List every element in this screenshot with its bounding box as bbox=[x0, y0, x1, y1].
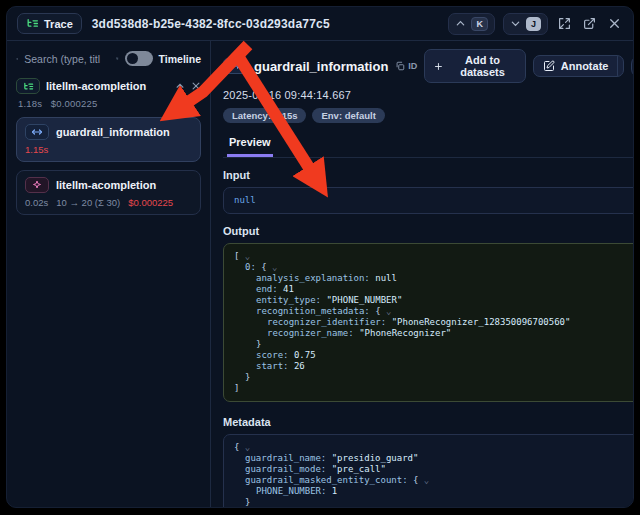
toggle-knob bbox=[127, 53, 138, 64]
move-horizontal-icon bbox=[31, 126, 43, 138]
input-title: Input bbox=[223, 169, 250, 181]
timeline-toggle[interactable] bbox=[125, 51, 153, 66]
observation-detail-panel: guardrail_information ID Add to datasets bbox=[211, 41, 634, 508]
copy-icon bbox=[395, 61, 405, 71]
topbar-actions: K J bbox=[448, 13, 623, 35]
tree-root-metrics: 1.18s $0.000225 bbox=[18, 98, 201, 109]
window: Trace 3dd538d8-b25e-4382-8fcc-03d293da77… bbox=[6, 6, 634, 508]
tree-root-item[interactable]: litellm-acompletion bbox=[16, 78, 201, 94]
trace-id: 3dd538d8-b25e-4382-8fcc-03d293da77c5 bbox=[92, 17, 330, 31]
root-cost: $0.000225 bbox=[51, 98, 98, 109]
output-section-header: Output bbox=[223, 225, 634, 237]
metadata-title: Metadata bbox=[223, 416, 271, 428]
trace-type-badge: Trace bbox=[17, 13, 82, 34]
annotate-split-button: Annotate bbox=[533, 55, 624, 77]
sparkle-icon bbox=[31, 179, 43, 191]
id-label: ID bbox=[408, 61, 417, 71]
trace-type-icon-badge bbox=[16, 78, 40, 94]
observation-title: guardrail_information bbox=[254, 59, 388, 74]
tree-root-label: litellm-acompletion bbox=[46, 80, 146, 92]
open-in-new-tab-button[interactable] bbox=[581, 15, 598, 32]
trace-detail-window: Trace 3dd538d8-b25e-4382-8fcc-03d293da77… bbox=[0, 0, 640, 515]
tab-bar: Preview bbox=[223, 132, 634, 158]
comments-button[interactable] bbox=[631, 55, 634, 78]
input-code-block: null bbox=[223, 187, 634, 214]
tree-item-latency: 0.02s bbox=[25, 197, 48, 208]
annotate-pencil-icon bbox=[543, 60, 555, 72]
chevron-up-icon bbox=[455, 18, 466, 29]
root-latency: 1.18s bbox=[18, 98, 42, 109]
chevron-down-icon bbox=[510, 18, 521, 29]
observation-header: guardrail_information ID Add to datasets bbox=[223, 49, 634, 83]
latency-badge: Latency: 1.15s bbox=[223, 108, 306, 123]
close-icon bbox=[608, 17, 621, 30]
tree-item-litellm-acompletion[interactable]: litellm-acompletion 0.02s 10 → 20 (Σ 30)… bbox=[16, 170, 201, 215]
navigate-up-button[interactable]: K bbox=[448, 13, 495, 35]
expand-all-icon[interactable] bbox=[191, 81, 201, 91]
external-link-icon bbox=[583, 17, 596, 30]
collapse-all-icon[interactable] bbox=[175, 81, 185, 91]
observation-timestamp: 2025-05-16 09:44:14.667 bbox=[223, 89, 634, 101]
topbar: Trace 3dd538d8-b25e-4382-8fcc-03d293da77… bbox=[7, 7, 633, 41]
output-code-block: [ ⌄0: { ⌄analysis_explanation: nullend: … bbox=[223, 243, 634, 402]
close-button[interactable] bbox=[606, 15, 623, 32]
header-actions: Add to datasets Annotate bbox=[424, 49, 634, 83]
output-title: Output bbox=[223, 225, 259, 237]
navigate-down-button[interactable]: J bbox=[503, 13, 548, 35]
list-tree-icon bbox=[26, 17, 39, 30]
list-tree-icon bbox=[23, 81, 34, 92]
generation-type-icon-badge bbox=[25, 177, 49, 193]
span-type-icon-badge bbox=[223, 58, 247, 74]
expand-button[interactable] bbox=[556, 15, 573, 32]
shortcut-k: K bbox=[471, 17, 488, 31]
tree-item-latency: 1.15s bbox=[25, 144, 48, 155]
timeline-toggle-label: Timeline bbox=[159, 53, 201, 65]
tree-item-label: guardrail_information bbox=[56, 126, 170, 138]
tab-preview[interactable]: Preview bbox=[227, 132, 273, 157]
trace-badge-label: Trace bbox=[44, 18, 73, 30]
trace-tree-sidebar: Timeline litellm-acompletion bbox=[7, 41, 211, 508]
maximize-icon bbox=[558, 17, 571, 30]
span-type-icon-badge bbox=[25, 124, 49, 140]
metadata-code-block: { ⌄guardrail_name: "presidio_guard"guard… bbox=[223, 434, 634, 508]
move-horizontal-icon bbox=[229, 60, 241, 72]
search-icon bbox=[16, 53, 18, 65]
tree-item-tokens: 10 → 20 (Σ 30) bbox=[56, 197, 120, 208]
annotate-dropdown-button[interactable] bbox=[617, 56, 623, 76]
tree-controls bbox=[175, 81, 201, 91]
tree-item-label: litellm-acompletion bbox=[56, 179, 156, 191]
add-to-datasets-button[interactable]: Add to datasets bbox=[424, 49, 525, 83]
trace-tree: litellm-acompletion 1.18s $0.000225 bbox=[14, 76, 203, 217]
shortcut-j: J bbox=[526, 17, 541, 31]
input-value: null bbox=[234, 195, 256, 205]
copy-id[interactable]: ID bbox=[395, 61, 417, 71]
input-section-header: Input bbox=[223, 169, 634, 181]
badge-row: Latency: 1.15s Env: default bbox=[223, 108, 634, 123]
filter-settings-icon[interactable] bbox=[116, 52, 118, 65]
plus-icon bbox=[434, 61, 443, 72]
search-input[interactable] bbox=[24, 53, 110, 65]
search-row: Timeline bbox=[14, 49, 203, 76]
metadata-section-header: Metadata bbox=[223, 416, 634, 428]
tree-item-cost: $0.000225 bbox=[128, 197, 173, 208]
annotate-button[interactable]: Annotate bbox=[534, 56, 618, 76]
env-badge: Env: default bbox=[312, 108, 384, 123]
tree-item-guardrail-information[interactable]: guardrail_information 1.15s bbox=[16, 117, 201, 162]
